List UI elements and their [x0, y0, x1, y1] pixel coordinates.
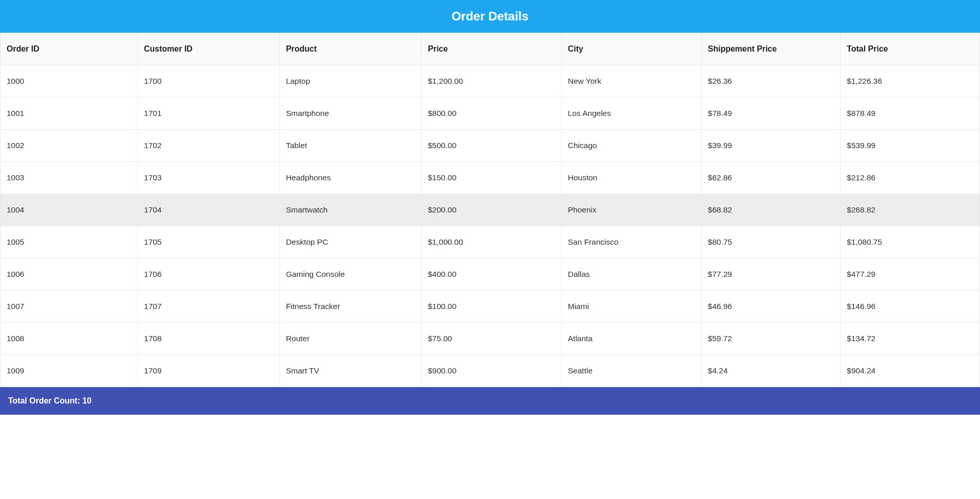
cell-shipment-price: $68.82 — [701, 194, 840, 226]
cell-shipment-price: $80.75 — [701, 226, 840, 258]
cell-total-price: $268.82 — [841, 194, 979, 226]
cell-price: $800.00 — [422, 98, 561, 130]
table-header-row: Order ID Customer ID Product Price City … — [1, 33, 979, 65]
cell-city: Houston — [561, 162, 701, 194]
table-row[interactable]: 10091709Smart TV$900.00Seattle$4.24$904.… — [1, 355, 979, 387]
cell-city: Atlanta — [561, 323, 701, 355]
cell-order-id: 1006 — [1, 258, 138, 291]
cell-order-id: 1000 — [1, 65, 138, 98]
page-title-bar: Order Details — [0, 0, 980, 33]
cell-product: Router — [280, 323, 422, 355]
cell-customer-id: 1700 — [138, 65, 280, 98]
table-header: Order ID Customer ID Product Price City … — [1, 33, 979, 65]
page-title: Order Details — [452, 9, 529, 23]
cell-price: $400.00 — [422, 258, 561, 291]
table-row[interactable]: 10031703Headphones$150.00Houston$62.86$2… — [1, 162, 979, 194]
cell-city: Chicago — [561, 130, 701, 162]
cell-shipment-price: $62.86 — [701, 162, 840, 194]
table-row[interactable]: 10051705Desktop PC$1,000.00San Francisco… — [1, 226, 979, 258]
app-root: Order Details Order ID Customer ID Produ… — [0, 0, 980, 415]
table-row[interactable]: 10071707Fitness Tracker$100.00Miami$46.9… — [1, 291, 979, 323]
cell-product: Headphones — [280, 162, 422, 194]
cell-total-price: $878.49 — [841, 98, 979, 130]
cell-product: Fitness Tracker — [280, 291, 422, 323]
cell-product: Gaming Console — [280, 258, 422, 291]
cell-shipment-price: $39.99 — [701, 130, 840, 162]
table-row[interactable]: 10021702Tablet$500.00Chicago$39.99$539.9… — [1, 130, 979, 162]
orders-grid: Order ID Customer ID Product Price City … — [0, 33, 980, 387]
cell-total-price: $477.29 — [841, 258, 979, 291]
cell-total-price: $1,226.36 — [841, 65, 979, 98]
cell-city: Phoenix — [561, 194, 701, 226]
cell-price: $500.00 — [422, 130, 561, 162]
total-order-count-label: Total Order Count: 10 — [8, 396, 91, 405]
cell-price: $100.00 — [422, 291, 561, 323]
cell-order-id: 1008 — [1, 323, 138, 355]
table-row[interactable]: 10041704Smartwatch$200.00Phoenix$68.82$2… — [1, 194, 979, 226]
table-row[interactable]: 10001700Laptop$1,200.00New York$26.36$1,… — [1, 65, 979, 98]
cell-customer-id: 1704 — [138, 194, 280, 226]
cell-customer-id: 1701 — [138, 98, 280, 130]
cell-shipment-price: $78.49 — [701, 98, 840, 130]
cell-shipment-price: $59.72 — [701, 323, 840, 355]
cell-shipment-price: $4.24 — [701, 355, 840, 387]
cell-product: Desktop PC — [280, 226, 422, 258]
cell-shipment-price: $46.96 — [701, 291, 840, 323]
cell-shipment-price: $26.36 — [701, 65, 840, 98]
col-header-total-price[interactable]: Total Price — [841, 33, 979, 65]
cell-order-id: 1002 — [1, 130, 138, 162]
col-header-customer-id[interactable]: Customer ID — [138, 33, 280, 65]
cell-total-price: $146.96 — [841, 291, 979, 323]
cell-order-id: 1005 — [1, 226, 138, 258]
cell-order-id: 1004 — [1, 194, 138, 226]
cell-product: Smart TV — [280, 355, 422, 387]
col-header-product[interactable]: Product — [280, 33, 422, 65]
cell-total-price: $904.24 — [841, 355, 979, 387]
cell-city: New York — [561, 65, 701, 98]
orders-table: Order ID Customer ID Product Price City … — [1, 33, 979, 387]
cell-city: Dallas — [561, 258, 701, 291]
cell-city: Miami — [561, 291, 701, 323]
table-body: 10001700Laptop$1,200.00New York$26.36$1,… — [1, 65, 979, 387]
cell-order-id: 1001 — [1, 98, 138, 130]
cell-product: Tablet — [280, 130, 422, 162]
cell-customer-id: 1705 — [138, 226, 280, 258]
cell-order-id: 1003 — [1, 162, 138, 194]
table-row[interactable]: 10011701Smartphone$800.00Los Angeles$78.… — [1, 98, 979, 130]
cell-customer-id: 1703 — [138, 162, 280, 194]
cell-customer-id: 1708 — [138, 323, 280, 355]
cell-price: $200.00 — [422, 194, 561, 226]
table-row[interactable]: 10061706Gaming Console$400.00Dallas$77.2… — [1, 258, 979, 291]
cell-order-id: 1007 — [1, 291, 138, 323]
cell-total-price: $1,080.75 — [841, 226, 979, 258]
col-header-order-id[interactable]: Order ID — [1, 33, 138, 65]
cell-price: $1,000.00 — [422, 226, 561, 258]
cell-shipment-price: $77.29 — [701, 258, 840, 291]
col-header-shipment-price[interactable]: Shippement Price — [701, 33, 840, 65]
cell-order-id: 1009 — [1, 355, 138, 387]
cell-customer-id: 1706 — [138, 258, 280, 291]
cell-price: $150.00 — [422, 162, 561, 194]
cell-product: Smartwatch — [280, 194, 422, 226]
cell-price: $1,200.00 — [422, 65, 561, 98]
cell-city: Los Angeles — [561, 98, 701, 130]
cell-price: $75.00 — [422, 323, 561, 355]
cell-customer-id: 1702 — [138, 130, 280, 162]
table-row[interactable]: 10081708Router$75.00Atlanta$59.72$134.72 — [1, 323, 979, 355]
cell-city: Seattle — [561, 355, 701, 387]
cell-customer-id: 1707 — [138, 291, 280, 323]
cell-city: San Francisco — [561, 226, 701, 258]
col-header-city[interactable]: City — [561, 33, 701, 65]
cell-customer-id: 1709 — [138, 355, 280, 387]
cell-product: Smartphone — [280, 98, 422, 130]
cell-total-price: $539.99 — [841, 130, 979, 162]
col-header-price[interactable]: Price — [422, 33, 561, 65]
cell-price: $900.00 — [422, 355, 561, 387]
cell-total-price: $134.72 — [841, 323, 979, 355]
grid-aggregate-footer: Total Order Count: 10 — [0, 387, 980, 415]
cell-product: Laptop — [280, 65, 422, 98]
cell-total-price: $212.86 — [841, 162, 979, 194]
